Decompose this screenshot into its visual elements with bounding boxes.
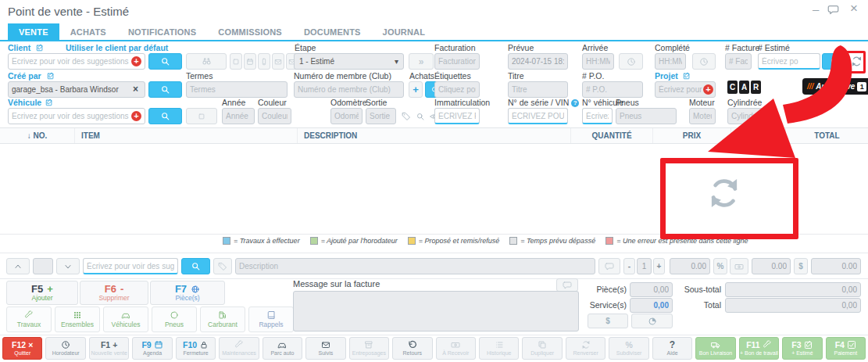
client-phone-button[interactable]	[258, 53, 270, 70]
etape-select[interactable]: 1 - Estimé▾	[294, 53, 404, 70]
numero-vehicule-input[interactable]	[582, 108, 613, 124]
column-prix[interactable]: PRIX	[652, 128, 730, 143]
item-suggest-input[interactable]	[83, 258, 178, 274]
cash-discount-button[interactable]	[730, 258, 748, 274]
bon-livraison-button[interactable]: Bon Livraison	[695, 337, 735, 360]
item-tag-button[interactable]	[213, 258, 232, 274]
edit-projet-icon[interactable]	[683, 72, 691, 80]
achats-add-button[interactable]: +	[409, 81, 423, 98]
autoserve-badge[interactable]: /// AutoServe 1	[802, 78, 868, 95]
column-description[interactable]: DESCRIPTION	[297, 128, 570, 143]
move-row-up-button[interactable]	[6, 258, 30, 274]
item-search-button[interactable]	[181, 258, 210, 274]
aide-button[interactable]: ?Aide	[652, 337, 692, 360]
fermeture-button[interactable]: F10Fermeture	[176, 337, 216, 360]
f5-ajouter-button[interactable]: F5+ Ajouter	[6, 281, 78, 305]
minimize-button[interactable]: –	[813, 3, 819, 16]
pneus-input[interactable]	[616, 108, 677, 124]
help-icon[interactable]: ?	[571, 99, 579, 107]
add-client-icon[interactable]: +	[131, 56, 141, 66]
entreposages-button[interactable]: Entreposages	[349, 337, 389, 360]
prevue-input[interactable]	[508, 53, 568, 70]
moteur-input[interactable]	[689, 108, 716, 124]
column-rabais[interactable]: (%)	[730, 128, 785, 143]
cree-par-search-button[interactable]	[148, 81, 182, 98]
sortie-input[interactable]	[366, 108, 396, 124]
default-client-link[interactable]: Utiliser le client par défaut	[66, 44, 168, 52]
titre-input[interactable]	[508, 81, 568, 98]
membre-input[interactable]	[294, 81, 404, 98]
cat-ensembles-button[interactable]: Ensembles	[55, 306, 100, 332]
f7-pieces-button[interactable]: F7 Pièce(s)	[150, 281, 225, 305]
move-row-down-button[interactable]	[56, 258, 80, 274]
annee-input[interactable]	[222, 108, 255, 124]
client-email-button[interactable]	[272, 53, 284, 70]
etiquettes-input[interactable]	[434, 81, 480, 98]
line-total-input[interactable]	[811, 258, 861, 274]
arrivee-clock-button[interactable]	[619, 53, 643, 70]
pie-chart-button[interactable]	[631, 314, 673, 328]
tab-commissions[interactable]: COMMISSIONS	[207, 23, 293, 40]
add-vehicule-icon[interactable]: +	[131, 111, 141, 121]
cat-carburant-button[interactable]: Carburant	[200, 306, 245, 332]
dupliquer-button[interactable]: Dupliquer	[522, 337, 562, 360]
qty-input[interactable]	[637, 258, 652, 274]
vehicule-input[interactable]	[8, 108, 145, 124]
row-number-input[interactable]	[33, 258, 53, 274]
tab-documents[interactable]: DOCUMENTS	[293, 23, 372, 40]
a-recevoir-button[interactable]: À Recevoir	[436, 337, 476, 360]
tab-journal[interactable]: JOURNAL	[372, 23, 437, 40]
qty-minus-button[interactable]: -	[623, 258, 635, 274]
estime-refresh-button[interactable]	[850, 55, 863, 67]
immatriculation-input[interactable]	[434, 108, 480, 124]
cylindree-input[interactable]	[727, 108, 765, 124]
dollar-toggle-button[interactable]: $	[588, 314, 628, 328]
column-no[interactable]: ↓ NO.	[0, 128, 74, 143]
termes-input[interactable]	[186, 81, 288, 98]
renverser-button[interactable]: Renverser	[566, 337, 605, 360]
price-input[interactable]	[670, 258, 710, 274]
dollar-button[interactable]: $	[794, 258, 808, 274]
close-button[interactable]: ×	[850, 2, 858, 15]
subdiviser-button[interactable]: %Subdiviser	[609, 337, 648, 360]
po-input[interactable]	[582, 81, 643, 98]
client-input[interactable]	[8, 53, 145, 70]
client-search-button[interactable]	[148, 53, 182, 70]
qty-plus-button[interactable]: +	[653, 258, 665, 274]
estime-search-button[interactable]	[822, 53, 847, 70]
facturation-input[interactable]	[434, 53, 480, 70]
vehicule-search-button[interactable]	[148, 108, 182, 124]
vin-input[interactable]	[508, 108, 568, 124]
cat-rappels-button[interactable]: Rappels	[248, 306, 294, 332]
discount-input[interactable]	[752, 258, 791, 274]
percent-button[interactable]: %	[713, 258, 727, 274]
arrivee-input[interactable]	[582, 53, 614, 70]
suivis-button[interactable]: Suivis	[305, 337, 345, 360]
vehicle-inspect-button[interactable]	[414, 108, 427, 124]
line-comment-button[interactable]	[598, 258, 620, 274]
tab-notifications[interactable]: NOTIFICATIONS	[117, 23, 207, 40]
edit-cree-par-icon[interactable]	[47, 72, 55, 80]
client-note-button[interactable]	[230, 53, 242, 70]
column-item[interactable]: ITEM	[74, 128, 297, 143]
cat-pneus-button[interactable]: Pneus	[152, 306, 197, 332]
historique-button[interactable]: Historique	[479, 337, 519, 360]
vehicule-note-button[interactable]	[186, 108, 217, 124]
table-refresh-placeholder[interactable]	[660, 158, 788, 228]
retours-button[interactable]: Retours	[392, 337, 432, 360]
odometre-input[interactable]	[330, 108, 363, 124]
column-quantite[interactable]: QUANTITÉ	[570, 128, 652, 143]
couleur-input[interactable]	[258, 108, 291, 124]
clear-cree-par-icon[interactable]: ×	[133, 84, 138, 94]
nouvelle-vente-button[interactable]: F1+Nouvelle vente	[89, 337, 129, 360]
column-total[interactable]: TOTAL	[785, 128, 868, 143]
parc-auto-button[interactable]: Parc auto	[263, 337, 302, 360]
complete-input[interactable]	[655, 53, 686, 70]
agenda-button[interactable]: F9Agenda	[132, 337, 172, 360]
cat-travaux-button[interactable]: Travaux	[6, 306, 52, 332]
edit-vehicule-icon[interactable]	[45, 99, 53, 106]
carfax-badge[interactable]: C A R	[727, 81, 761, 94]
complete-clock-button[interactable]	[692, 53, 716, 70]
edit-client-icon[interactable]	[36, 44, 44, 52]
invoice-message-textarea[interactable]	[293, 291, 579, 332]
